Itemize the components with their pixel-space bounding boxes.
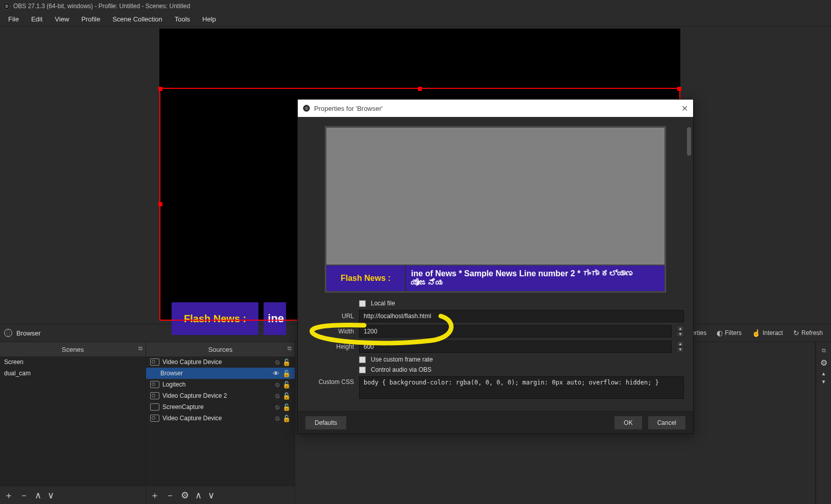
menu-profile[interactable]: Profile — [75, 13, 106, 25]
visibility-toggle[interactable]: 👁 — [273, 370, 279, 377]
menu-file[interactable]: File — [2, 13, 25, 25]
move-up-button[interactable]: ∧ — [195, 490, 202, 501]
add-scene-button[interactable]: ＋ — [4, 489, 13, 501]
custom-fps-checkbox[interactable] — [359, 356, 366, 363]
scenes-footer: ＋ － ∧ ∨ — [0, 486, 146, 504]
move-up-button[interactable]: ∧ — [35, 490, 41, 501]
camera-icon — [150, 381, 159, 388]
sources-dock: Sources ⧉ Video Capture Device⦸🔓 Browser… — [146, 342, 295, 504]
source-item[interactable]: Browser👁🔓 — [146, 368, 295, 379]
selected-source-name: Browser — [16, 329, 41, 337]
height-spin-down[interactable]: ▼ — [677, 347, 684, 352]
width-spin-down[interactable]: ▼ — [677, 331, 684, 337]
dialog-flash-text: ine of News * Sample News Line number 2 … — [405, 266, 664, 291]
height-spin-up[interactable]: ▲ — [677, 341, 684, 347]
move-down-button[interactable]: ∨ — [48, 490, 54, 501]
browser-icon — [4, 329, 12, 337]
filters-icon: ◐ — [717, 329, 723, 337]
filters-button[interactable]: ◐Filters — [713, 327, 746, 339]
menu-tools[interactable]: Tools — [169, 13, 196, 25]
sources-list[interactable]: Video Capture Device⦸🔓 Browser👁🔓 Logitec… — [146, 356, 295, 486]
preview-flash-bar: Flash News : ine — [172, 302, 286, 335]
scrollbar-thumb[interactable] — [687, 127, 691, 156]
properties-dialog[interactable]: ⦿ Properties for 'Browser' ✕ Flash News … — [297, 99, 694, 434]
dialog-title: Properties for 'Browser' — [314, 105, 383, 112]
monitor-icon — [150, 403, 159, 411]
remove-scene-button[interactable]: － — [19, 489, 29, 501]
local-file-checkbox[interactable] — [359, 300, 366, 307]
window-title: OBS 27.1.3 (64-bit, windows) - Profile: … — [13, 3, 190, 10]
width-spin-up[interactable]: ▲ — [677, 326, 684, 331]
visibility-toggle[interactable]: ⦸ — [275, 380, 279, 389]
sources-header: Sources ⧉ — [146, 342, 295, 356]
obs-icon: ⦿ — [3, 3, 10, 10]
url-input[interactable] — [359, 310, 684, 322]
menu-edit[interactable]: Edit — [25, 13, 49, 25]
menu-view[interactable]: View — [49, 13, 75, 25]
window-titlebar: ⦿ OBS 27.1.3 (64-bit, windows) - Profile… — [0, 0, 831, 12]
refresh-icon: ↻ — [793, 329, 799, 337]
scene-item[interactable]: dual_cam — [0, 368, 146, 379]
remove-source-button[interactable]: － — [165, 489, 175, 501]
visibility-toggle[interactable]: ⦸ — [275, 414, 279, 422]
control-audio-checkbox[interactable] — [359, 367, 366, 373]
sources-footer: ＋ － ⚙ ∧ ∨ — [146, 486, 295, 504]
add-source-button[interactable]: ＋ — [150, 489, 159, 501]
obs-icon: ⦿ — [303, 105, 310, 112]
right-sidebar: ⧉ ⚙ ▲ ▼ — [816, 342, 831, 504]
visibility-toggle[interactable]: ⦸ — [275, 358, 279, 366]
visibility-toggle[interactable]: ⦸ — [275, 403, 279, 411]
defaults-button[interactable]: Defaults — [305, 416, 347, 430]
scenes-header: Scenes ⧉ — [0, 342, 146, 356]
interact-button[interactable]: ☝Interact — [748, 327, 787, 339]
control-audio-label: Control audio via OBS — [371, 366, 432, 373]
refresh-button[interactable]: ↻Refresh — [789, 327, 827, 339]
local-file-label: Local file — [371, 300, 395, 307]
source-item[interactable]: Video Capture Device⦸🔓 — [146, 356, 295, 368]
dialog-titlebar[interactable]: ⦿ Properties for 'Browser' ✕ — [298, 100, 693, 117]
close-icon[interactable]: ✕ — [681, 104, 688, 113]
popout-icon[interactable]: ⧉ — [288, 345, 292, 352]
lock-toggle[interactable]: 🔓 — [282, 392, 291, 400]
dialog-flash-label: Flash News : — [326, 266, 405, 291]
settings-icon[interactable]: ⚙ — [820, 358, 827, 368]
dialog-footer: Defaults OK Cancel — [298, 411, 693, 434]
chevron-down-icon[interactable]: ▼ — [821, 380, 826, 384]
lock-toggle[interactable]: 🔓 — [282, 358, 291, 366]
source-item[interactable]: Video Capture Device 2⦸🔓 — [146, 390, 295, 401]
popout-icon[interactable]: ⧉ — [138, 345, 143, 352]
custom-css-input[interactable]: body { background-color: rgba(0, 0, 0, 0… — [359, 376, 684, 399]
lock-toggle[interactable]: 🔓 — [282, 403, 291, 411]
lock-toggle[interactable]: 🔓 — [282, 381, 291, 389]
height-label: Height — [307, 343, 354, 350]
menu-bar: File Edit View Profile Scene Collection … — [0, 12, 831, 27]
url-label: URL — [307, 313, 354, 320]
visibility-toggle[interactable]: ⦸ — [275, 392, 279, 400]
scenes-list[interactable]: Screen dual_cam — [0, 356, 146, 486]
ok-button[interactable]: OK — [614, 416, 642, 430]
menu-scene-collection[interactable]: Scene Collection — [106, 13, 169, 25]
menu-help[interactable]: Help — [196, 13, 222, 25]
source-item[interactable]: Logitech⦸🔓 — [146, 379, 295, 390]
chevron-up-icon[interactable]: ▲ — [821, 372, 826, 376]
browser-preview: Flash News : ine of News * Sample News L… — [325, 126, 666, 293]
move-down-button[interactable]: ∨ — [208, 490, 215, 501]
interact-icon: ☝ — [752, 329, 761, 337]
source-item[interactable]: ScreenCapture⦸🔓 — [146, 401, 295, 413]
custom-css-label: Custom CSS — [307, 376, 354, 386]
custom-fps-label: Use custom frame rate — [371, 356, 433, 363]
cancel-button[interactable]: Cancel — [648, 416, 686, 430]
height-input[interactable] — [359, 341, 672, 353]
source-settings-button[interactable]: ⚙ — [181, 490, 189, 501]
scenes-dock: Scenes ⧉ Screen dual_cam ＋ － ∧ ∨ — [0, 342, 146, 504]
preview-flash-label: Flash News : — [172, 302, 258, 335]
width-input[interactable] — [359, 325, 672, 338]
scene-item[interactable]: Screen — [0, 356, 146, 368]
preview-flash-text: ine — [264, 302, 286, 335]
lock-toggle[interactable]: 🔓 — [282, 370, 291, 377]
source-item[interactable]: Video Capture Device⦸🔓 — [146, 413, 295, 424]
camera-icon — [150, 358, 159, 366]
lock-toggle[interactable]: 🔓 — [282, 415, 291, 422]
camera-icon — [150, 392, 159, 399]
popout-icon[interactable]: ⧉ — [822, 347, 826, 354]
